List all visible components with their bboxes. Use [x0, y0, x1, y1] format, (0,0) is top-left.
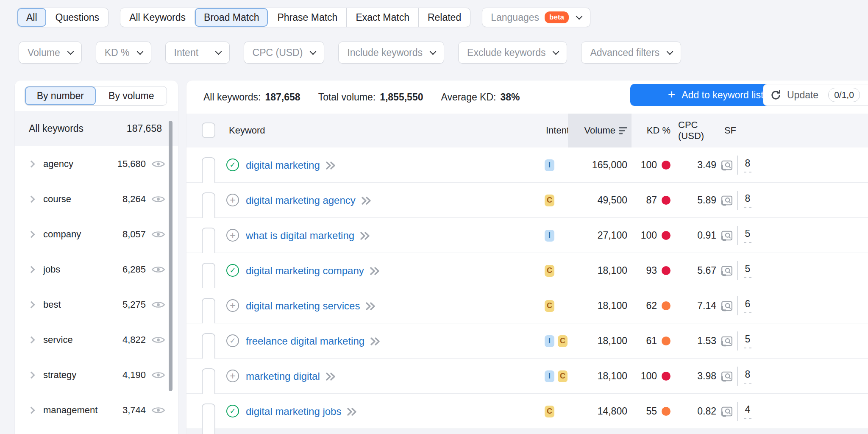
keyword-link[interactable]: marketing digital [246, 370, 320, 382]
group-label: management [43, 405, 97, 416]
add-keyword-icon[interactable]: ✓ [226, 334, 239, 347]
keyword-link[interactable]: digital marketing services [246, 300, 360, 312]
expand-chevron-icon[interactable] [28, 231, 35, 238]
expand-chevron-icon[interactable] [28, 371, 35, 378]
column-header-sf[interactable]: SF [722, 114, 739, 147]
sf-count[interactable]: 4 [744, 404, 752, 419]
sidebar-all-keywords-row[interactable]: All keywords 187,658 [15, 111, 178, 146]
add-keyword-icon[interactable]: ✓ [226, 405, 239, 417]
add-keyword-icon[interactable]: ✓ [226, 159, 239, 171]
sf-count[interactable]: 5 [744, 334, 752, 348]
tab-broad-match[interactable]: Broad Match [195, 8, 268, 27]
expand-chevron-icon[interactable] [28, 301, 35, 308]
eye-icon[interactable] [151, 195, 165, 204]
column-header-intent[interactable]: Intent [546, 114, 569, 147]
add-keyword-icon[interactable]: + [226, 229, 239, 242]
sf-count[interactable]: 5 [744, 228, 752, 243]
tab-related[interactable]: Related [418, 8, 470, 27]
add-keyword-icon[interactable]: + [226, 299, 239, 312]
select-all-checkbox[interactable] [202, 122, 215, 138]
cpc-value: 3.49 [678, 147, 716, 183]
expand-chevron-icon[interactable] [28, 406, 35, 414]
toggle-by-volume[interactable]: By volume [96, 86, 167, 105]
sf-count[interactable]: 5 [744, 263, 752, 278]
sidebar-group-row[interactable]: agency 15,680 [15, 146, 178, 181]
kd-filter-dropdown[interactable]: KD % [96, 42, 151, 64]
tab-all[interactable]: All [17, 8, 46, 27]
column-header-keyword[interactable]: Keyword [229, 114, 265, 147]
expand-chevron-icon[interactable] [28, 195, 35, 203]
double-chevron-icon[interactable] [370, 267, 380, 275]
view-serp-icon[interactable] [721, 159, 733, 171]
intent-filter-dropdown[interactable]: Intent [165, 42, 230, 64]
eye-icon[interactable] [151, 230, 165, 239]
add-keyword-icon[interactable]: + [226, 194, 239, 206]
double-chevron-icon[interactable] [365, 302, 376, 311]
view-serp-icon[interactable] [721, 230, 733, 242]
cpc-filter-dropdown[interactable]: CPC (USD) [244, 42, 325, 64]
sf-count[interactable]: 8 [744, 193, 752, 208]
group-count: 15,680 [117, 159, 146, 170]
sidebar-group-row[interactable]: service 4,822 [15, 322, 178, 357]
double-chevron-icon[interactable] [326, 161, 336, 170]
advanced-filters-dropdown[interactable]: Advanced filters [581, 42, 681, 64]
double-chevron-icon[interactable] [370, 337, 381, 346]
double-chevron-icon[interactable] [326, 372, 336, 381]
languages-dropdown[interactable]: Languages beta [482, 8, 590, 27]
toggle-by-number[interactable]: By number [25, 86, 96, 105]
keyword-link[interactable]: digital marketing jobs [246, 406, 341, 417]
double-chevron-icon[interactable] [347, 407, 357, 416]
view-serp-icon[interactable] [721, 300, 733, 312]
sidebar-group-row[interactable]: management 3,744 [15, 392, 178, 428]
expand-chevron-icon[interactable] [28, 336, 35, 343]
match-type-tabs: All Questions All Keywords Broad Match P… [17, 8, 590, 27]
eye-icon[interactable] [151, 370, 165, 380]
sidebar-group-row[interactable]: best 5,275 [15, 287, 178, 322]
column-header-kd[interactable]: KD % [602, 114, 670, 147]
keyword-link[interactable]: freelance digital marketing [246, 335, 364, 347]
sf-count[interactable]: 8 [744, 158, 752, 172]
eye-icon[interactable] [151, 406, 165, 415]
add-keyword-icon[interactable]: + [226, 370, 239, 382]
double-chevron-icon[interactable] [361, 196, 372, 205]
sidebar-group-row[interactable]: course 8,264 [15, 181, 178, 217]
column-header-cpc[interactable]: CPC (USD) [678, 114, 716, 147]
keyword-link[interactable]: what is digital marketing [246, 230, 354, 242]
refresh-icon [770, 89, 782, 101]
eye-icon[interactable] [151, 265, 165, 274]
sidebar-group-row[interactable]: company 8,057 [15, 217, 178, 252]
add-keyword-icon[interactable]: ✓ [226, 264, 239, 277]
tab-exact-match[interactable]: Exact Match [346, 8, 418, 27]
eye-icon[interactable] [151, 159, 165, 169]
include-keywords-dropdown[interactable]: Include keywords [338, 42, 444, 64]
view-serp-icon[interactable] [721, 370, 733, 382]
expand-chevron-icon[interactable] [28, 160, 35, 167]
update-button[interactable]: Update 0/1,0 [763, 84, 868, 106]
volume-filter-dropdown[interactable]: Volume [19, 42, 82, 64]
tab-all-keywords[interactable]: All Keywords [120, 8, 195, 27]
view-serp-icon[interactable] [721, 195, 733, 206]
eye-icon[interactable] [151, 335, 165, 345]
group-count: 5,275 [122, 299, 146, 310]
tab-questions[interactable]: Questions [46, 8, 108, 27]
view-serp-icon[interactable] [721, 335, 733, 347]
sf-count[interactable]: 6 [744, 298, 752, 313]
column-divider [737, 367, 738, 386]
keyword-link[interactable]: digital marketing [246, 159, 320, 171]
sidebar-group-row[interactable]: strategy 4,190 [15, 357, 178, 392]
view-serp-icon[interactable] [721, 406, 733, 417]
exclude-keywords-dropdown[interactable]: Exclude keywords [458, 42, 567, 64]
keyword-link[interactable]: digital marketing agency [246, 195, 356, 206]
sidebar-group-row[interactable]: jobs 6,285 [15, 252, 178, 287]
keyword-link[interactable]: digital marketing company [246, 265, 364, 277]
sidebar-scrollbar[interactable] [169, 121, 172, 391]
row-checkbox[interactable] [202, 403, 215, 434]
tab-phrase-match[interactable]: Phrase Match [268, 8, 346, 27]
sf-count[interactable]: 8 [744, 369, 752, 384]
view-serp-icon[interactable] [721, 265, 733, 277]
double-chevron-icon[interactable] [360, 231, 370, 240]
kd-difficulty-dot [662, 301, 670, 310]
eye-icon[interactable] [151, 300, 165, 309]
expand-chevron-icon[interactable] [28, 266, 35, 273]
group-count: 8,057 [122, 229, 146, 240]
